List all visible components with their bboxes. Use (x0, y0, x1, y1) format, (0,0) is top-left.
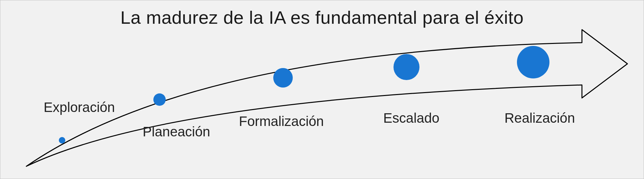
stage-label-realizacion: Realización (504, 110, 575, 126)
stage-dot-exploracion (59, 137, 65, 144)
stage-label-escalado: Escalado (383, 110, 440, 126)
stage-label-exploracion: Exploración (44, 100, 115, 115)
diagram-frame: La madurez de la IA es fundamental para … (0, 0, 644, 179)
maturity-arrow-icon (0, 0, 644, 179)
stage-label-formalizacion: Formalización (239, 114, 324, 129)
stage-dot-escalado (393, 54, 419, 80)
stage-dot-realizacion (517, 46, 549, 78)
stage-dot-formalizacion (273, 68, 293, 88)
stage-dot-planeacion (153, 93, 166, 106)
stage-label-planeacion: Planeación (143, 124, 210, 140)
